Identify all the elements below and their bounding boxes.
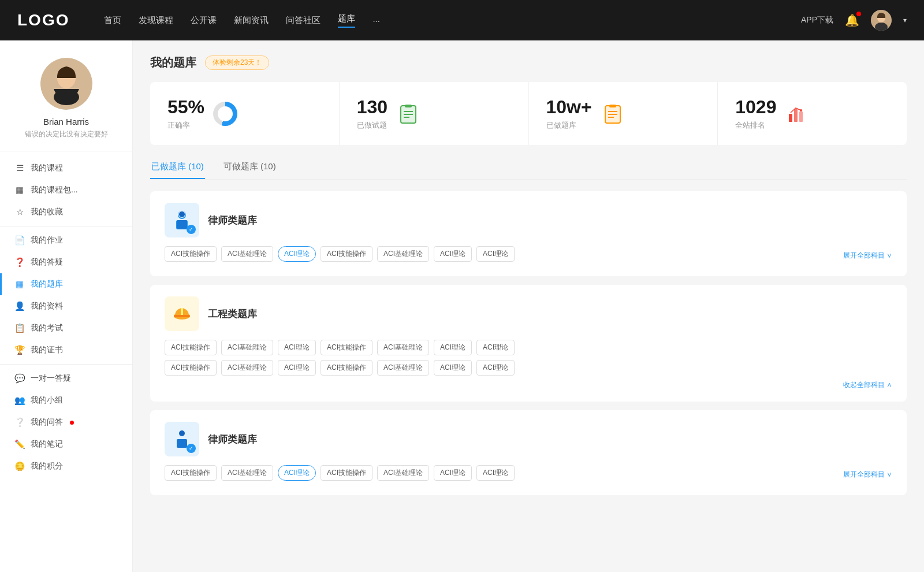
nav-quiz[interactable]: 题库 [338, 13, 355, 28]
tag-3-1[interactable]: ACI基础理论 [221, 465, 273, 481]
tab-done-banks[interactable]: 已做题库 (10) [150, 157, 205, 179]
tabs: 已做题库 (10) 可做题库 (10) [150, 157, 907, 180]
tag-2-0[interactable]: ACI技能操作 [165, 340, 217, 355]
user-name: Brian Harris [43, 117, 89, 127]
user-avatar-nav[interactable] [871, 10, 892, 31]
stat-text-ranking: 1029 全站排名 [735, 96, 776, 131]
trial-badge: 体验剩余23天！ [205, 55, 269, 70]
stat-value-accuracy: 55% [167, 96, 204, 118]
stat-accuracy: 55% 正确率 [150, 82, 340, 145]
main-content: 我的题库 体验剩余23天！ 55% 正确率 130 已做试题 [133, 40, 924, 572]
sidebar-label: 我的作业 [31, 235, 63, 246]
tag-2-r2-5[interactable]: ACI理论 [434, 360, 472, 376]
tag-2-r2-1[interactable]: ACI基础理论 [221, 360, 273, 376]
star-icon: ☆ [14, 207, 25, 217]
tag-1-2[interactable]: ACI理论 [278, 246, 316, 262]
edit-icon: ✏️ [14, 439, 25, 450]
tag-1-4[interactable]: ACI基础理论 [377, 246, 429, 262]
sidebar-item-exams[interactable]: 📋 我的考试 [0, 317, 132, 339]
sidebar-item-quiz-bank[interactable]: ▦ 我的题库 [0, 273, 132, 295]
tag-2-r2-4[interactable]: ACI基础理论 [377, 360, 429, 376]
tag-2-5[interactable]: ACI理论 [434, 340, 472, 355]
stat-value-ranking: 1029 [735, 96, 776, 118]
nav-qa[interactable]: 问答社区 [286, 15, 321, 26]
stat-label-done: 已做试题 [357, 120, 388, 131]
tag-1-0[interactable]: ACI技能操作 [165, 246, 217, 262]
quiz-card-engineering: 工程类题库 ACI技能操作 ACI基础理论 ACI理论 ACI技能操作 ACI基… [150, 285, 907, 402]
sidebar-item-favorites[interactable]: ☆ 我的收藏 [0, 201, 132, 223]
stat-done-banks: 10w+ 已做题库 [529, 82, 718, 145]
sidebar-item-questions[interactable]: ❔ 我的问答 [0, 411, 132, 433]
stat-ranking: 1029 全站排名 [718, 82, 907, 145]
tag-2-1[interactable]: ACI基础理论 [221, 340, 273, 355]
quiz-card-lawyer-1: 律师类题库 ACI技能操作 ACI基础理论 ACI理论 ACI技能操作 ACI基… [150, 191, 907, 276]
svg-rect-19 [794, 109, 798, 122]
tag-3-3[interactable]: ACI技能操作 [321, 465, 372, 481]
expand-link-3[interactable]: 展开全部科目 ∨ [843, 470, 892, 480]
sidebar: Brian Harris 错误的决定比没有决定要好 ☰ 我的课程 ▦ 我的课程包… [0, 40, 133, 572]
collapse-link-2[interactable]: 收起全部科目 ∧ [165, 380, 892, 390]
avatar [40, 58, 92, 110]
svg-rect-18 [789, 114, 792, 122]
sidebar-item-my-courses[interactable]: ☰ 我的课程 [0, 157, 132, 179]
tag-2-r2-3[interactable]: ACI技能操作 [321, 360, 372, 376]
nav-more[interactable]: ··· [372, 16, 380, 25]
nav-menu: 首页 发现课程 公开课 新闻资讯 问答社区 题库 ··· [104, 13, 801, 28]
tag-2-3[interactable]: ACI技能操作 [321, 340, 372, 355]
nav-courses[interactable]: 发现课程 [139, 15, 173, 26]
svg-rect-29 [181, 308, 183, 315]
question-icon: ❓ [14, 257, 25, 268]
sidebar-item-points[interactable]: 🪙 我的积分 [0, 455, 132, 477]
tag-2-2[interactable]: ACI理论 [278, 340, 316, 355]
svg-point-21 [800, 109, 802, 112]
quiz-title-2: 工程类题库 [208, 307, 257, 321]
tag-2-r2-2[interactable]: ACI理论 [278, 360, 316, 376]
sidebar-item-notes[interactable]: ✏️ 我的笔记 [0, 433, 132, 455]
tag-3-4[interactable]: ACI基础理论 [377, 465, 429, 481]
app-download-link[interactable]: APP下载 [801, 15, 833, 25]
stat-text-accuracy: 55% 正确率 [167, 96, 204, 131]
tag-3-6[interactable]: ACI理论 [476, 465, 515, 481]
svg-rect-8 [405, 105, 412, 107]
tag-2-r2-0[interactable]: ACI技能操作 [165, 360, 217, 376]
tag-2-4[interactable]: ACI基础理论 [377, 340, 429, 355]
qmark-icon: ❔ [14, 417, 25, 428]
tab-available-banks[interactable]: 可做题库 (10) [222, 157, 277, 179]
user-menu-chevron[interactable]: ▾ [903, 16, 907, 24]
sidebar-item-course-packages[interactable]: ▦ 我的课程包... [0, 179, 132, 201]
accuracy-pie [213, 102, 237, 126]
notification-bell[interactable]: 🔔 [845, 13, 859, 27]
expand-link-1[interactable]: 展开全部科目 ∨ [843, 251, 892, 261]
nav-open-course[interactable]: 公开课 [191, 15, 217, 26]
quiz-card-header-3: 律师类题库 [165, 422, 892, 456]
clipboard-orange-icon [601, 102, 625, 126]
nav-home[interactable]: 首页 [104, 15, 121, 26]
tag-1-6[interactable]: ACI理论 [476, 246, 515, 262]
sidebar-label: 我的资料 [31, 301, 63, 311]
tag-3-5[interactable]: ACI理论 [434, 465, 472, 481]
stat-value-banks: 10w+ [546, 96, 592, 118]
nav-news[interactable]: 新闻资讯 [234, 15, 269, 26]
tag-1-1[interactable]: ACI基础理论 [221, 246, 273, 262]
tag-3-0[interactable]: ACI技能操作 [165, 465, 217, 481]
quiz-card-header-2: 工程类题库 [165, 296, 892, 331]
sidebar-item-homework[interactable]: 📄 我的作业 [0, 229, 132, 251]
sidebar-item-qa[interactable]: ❓ 我的答疑 [0, 251, 132, 273]
tag-3-2[interactable]: ACI理论 [278, 465, 316, 481]
sidebar-item-certificates[interactable]: 🏆 我的证书 [0, 339, 132, 361]
tag-2-6[interactable]: ACI理论 [476, 340, 515, 355]
stat-label-banks: 已做题库 [546, 120, 592, 131]
sidebar-item-materials[interactable]: 👤 我的资料 [0, 295, 132, 317]
svg-rect-14 [609, 105, 616, 107]
tag-2-r2-6[interactable]: ACI理论 [476, 360, 515, 376]
sidebar-item-one-on-one[interactable]: 💬 一对一答疑 [0, 367, 132, 389]
tags-row-1: ACI技能操作 ACI基础理论 ACI理论 ACI技能操作 ACI基础理论 AC… [165, 246, 839, 262]
quiz-title-1: 律师类题库 [208, 214, 257, 227]
lawyer-icon-3 [165, 422, 199, 456]
sidebar-item-groups[interactable]: 👥 我的小组 [0, 389, 132, 411]
tag-1-3[interactable]: ACI技能操作 [321, 246, 372, 262]
tag-1-5[interactable]: ACI理论 [434, 246, 472, 262]
checkmark-badge-3 [187, 444, 196, 453]
svg-point-25 [179, 211, 185, 217]
coin-icon: 🪙 [14, 461, 25, 471]
